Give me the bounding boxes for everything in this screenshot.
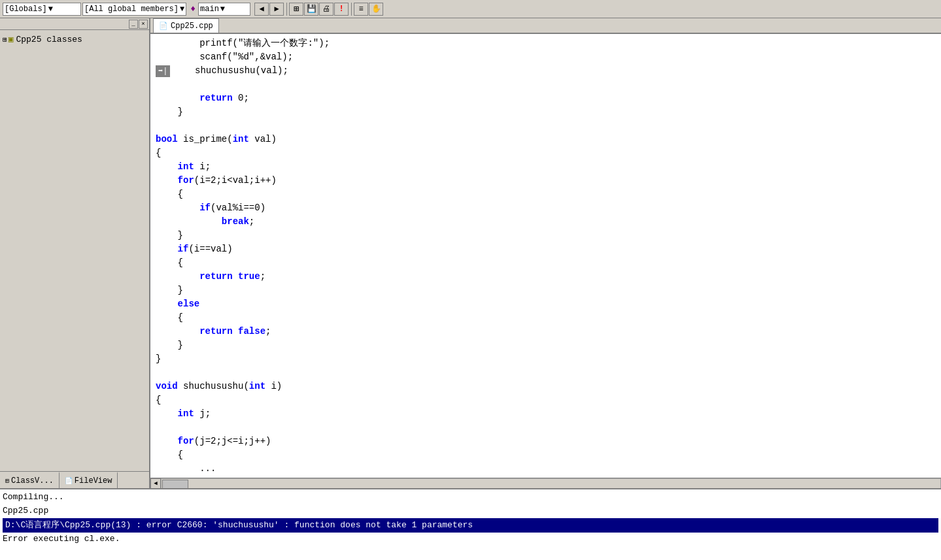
minimize-btn[interactable]: _ (129, 20, 138, 29)
output-line-2: Cpp25.cpp (3, 504, 938, 518)
classview-label: ClassV... (11, 476, 54, 486)
scroll-left-btn[interactable]: ◀ (150, 478, 161, 489)
code-line-close4: } (156, 285, 183, 295)
tree-root-item[interactable]: ⊞ ▣ Cpp25 classes (3, 33, 146, 46)
output-filename: Cpp25.cpp (3, 506, 48, 516)
code-line-for1: for(i=2;i<val;i++) (156, 175, 277, 186)
code-line-if2: if(i==val) (156, 244, 233, 254)
code-line-if1: if(val%i==0) (156, 203, 265, 213)
close-btn[interactable]: × (139, 20, 148, 29)
code-line-return: return 0; (156, 93, 249, 103)
output-line-1: Compiling... (3, 491, 938, 504)
code-line-open6: { (156, 395, 161, 405)
code-line-dots: ... (156, 463, 216, 474)
function-dropdown[interactable]: main ▼ (198, 3, 250, 16)
code-line-open3: { (156, 189, 183, 199)
function-label: main (200, 5, 219, 14)
code-line-close5: } (156, 340, 183, 350)
breakpoint-marker: ➡| (156, 65, 170, 77)
code-line-scanf: scanf("%d",&val); (156, 52, 293, 62)
expand-icon: ⊞ (3, 35, 7, 44)
code-line-void-decl: void shuchusushu(int i) (156, 381, 282, 391)
code-line-int-j: int j; (156, 408, 211, 419)
left-panel: _ × ⊞ ▣ Cpp25 classes ⊞ ClassV... 📄 File… (0, 18, 150, 488)
toolbar-icons: ◀ ▶ ⊞ 💾 🖨 ! ≡ ✋ (254, 3, 384, 16)
code-line-shuchu: ➡| shuchusushu(val); (156, 65, 288, 76)
code-line-close1: } (156, 107, 183, 117)
code-line-open2: { (156, 148, 161, 158)
main-toolbar: [Globals] ▼ [All global members] ▼ ♦ mai… (0, 0, 941, 18)
bottom-panel: Compiling... Cpp25.cpp D:\C语言程序\Cpp25.cp… (0, 488, 941, 560)
main-area: _ × ⊞ ▣ Cpp25 classes ⊞ ClassV... 📄 File… (0, 18, 941, 488)
hand-btn[interactable]: ✋ (369, 3, 383, 16)
exclaim-btn[interactable]: ! (334, 3, 349, 16)
code-line-close3: } (156, 230, 183, 240)
output-error-line: D:\C语言程序\Cpp25.cpp(13) : error C2660: 's… (3, 518, 938, 533)
code-line-for2: for(j=2;j<=i;j++) (156, 436, 271, 446)
code-line-isprime-decl: bool is_prime(int val) (156, 134, 277, 144)
tree-item-label: Cpp25 classes (16, 35, 82, 44)
fileview-label: FileView (75, 476, 112, 486)
classview-tab[interactable]: ⊞ ClassV... (0, 472, 60, 488)
scrollbar-thumb[interactable] (162, 480, 188, 489)
code-tab-bar: 📄 Cpp25.cpp (150, 18, 941, 34)
left-panel-tabs: ⊞ ClassV... 📄 FileView (0, 471, 149, 488)
output-error-text: D:\C语言程序\Cpp25.cpp(13) : error C2660: 's… (5, 520, 473, 530)
output-compiling: Compiling... (3, 492, 64, 502)
print-btn[interactable]: 🖨 (319, 3, 334, 16)
output-content: Compiling... Cpp25.cpp D:\C语言程序\Cpp25.cp… (0, 489, 941, 560)
file-icon: 📄 (159, 22, 168, 30)
list-btn[interactable]: ≡ (354, 3, 368, 16)
folder-icon: ▣ (9, 34, 14, 44)
code-line-return-false: return false; (156, 326, 271, 337)
code-line-close2: } (156, 354, 161, 364)
classview-icon: ⊞ (5, 477, 9, 485)
members-label: [All global members] (84, 5, 179, 14)
fileview-icon: 📄 (65, 477, 73, 485)
horizontal-scrollbar[interactable]: ◀ (150, 478, 941, 488)
code-file-tab[interactable]: 📄 Cpp25.cpp (153, 18, 219, 33)
code-content[interactable]: printf("请输入一个数字:"); scanf("%d",&val); ➡|… (150, 34, 941, 478)
code-editor[interactable]: printf("请输入一个数字:"); scanf("%d",&val); ➡|… (150, 34, 941, 478)
scrollbar-track[interactable] (161, 478, 941, 489)
code-line-break: break; (156, 216, 254, 227)
forward-btn[interactable]: ▶ (269, 3, 284, 16)
code-line-open5: { (156, 312, 183, 323)
code-line-open4: { (156, 257, 183, 268)
left-panel-toolbar: _ × (0, 18, 149, 30)
code-line-return-true: return true; (156, 271, 265, 282)
save-btn[interactable]: 💾 (304, 3, 318, 16)
output-line-4: Error executing cl.exe. (3, 533, 938, 546)
code-tab-label: Cpp25.cpp (171, 22, 213, 31)
code-panel: 📄 Cpp25.cpp printf("请输入一个数字:"); scanf("%… (150, 18, 941, 488)
class-tree: ⊞ ▣ Cpp25 classes (0, 30, 149, 471)
code-line-open7: { (156, 450, 183, 460)
globals-label: [Globals] (5, 5, 47, 14)
output-executing: Error executing cl.exe. (3, 534, 120, 544)
layer-btn[interactable]: ⊞ (289, 3, 303, 16)
code-line-printf: printf("请输入一个数字:"); (156, 38, 330, 48)
globals-dropdown[interactable]: [Globals] ▼ (3, 3, 81, 16)
code-line-int-i: int i; (156, 161, 211, 172)
fileview-tab[interactable]: 📄 FileView (60, 472, 118, 488)
code-line-else: else (156, 299, 199, 309)
members-dropdown[interactable]: [All global members] ▼ (82, 3, 186, 16)
back-btn[interactable]: ◀ (254, 3, 269, 16)
